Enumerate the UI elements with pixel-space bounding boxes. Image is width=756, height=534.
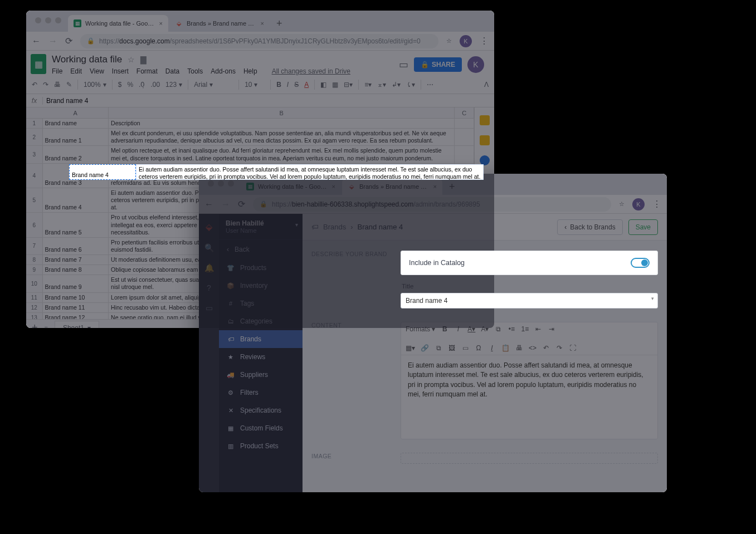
new-tab-button[interactable]: + xyxy=(271,15,288,32)
col-header-b[interactable]: B xyxy=(109,107,455,118)
table-row[interactable]: 3 Brand name 2 Mel option recteque et, e… xyxy=(26,146,474,163)
profile-avatar[interactable]: K xyxy=(632,198,645,210)
sidebar-item-categories[interactable]: 🗂Categories xyxy=(219,312,303,330)
sheets-logo-icon[interactable]: ▦ xyxy=(31,54,46,74)
folder-icon[interactable]: ▇ xyxy=(140,55,147,64)
numfmt-dropdown[interactable]: 123▾ xyxy=(165,81,182,89)
cell-a[interactable]: Brand name 12 xyxy=(43,313,109,319)
italic-icon[interactable]: I xyxy=(287,81,289,89)
cell-a[interactable]: Brand name 1 xyxy=(43,129,109,145)
table-row[interactable]: 2 Brand name 1 Mel ex dicunt ponderum, e… xyxy=(26,129,474,146)
row-number[interactable]: 12 xyxy=(26,303,43,312)
menu-addons[interactable]: Add-ons xyxy=(211,67,236,75)
cell-a[interactable]: Brand name 9 xyxy=(43,275,109,292)
close-icon[interactable]: × xyxy=(159,20,163,27)
row-number[interactable]: 9 xyxy=(26,265,43,275)
paste-icon[interactable]: 📋 xyxy=(501,344,510,352)
collapse-icon[interactable]: ᐱ xyxy=(484,81,489,89)
traffic-close[interactable] xyxy=(35,17,41,23)
selected-cell-b5[interactable]: Ei autem audiam assentior duo. Posse aff… xyxy=(136,164,484,180)
cell-a[interactable]: Brand name 8 xyxy=(43,265,109,275)
bold-icon[interactable]: B xyxy=(276,81,281,89)
clear-format-icon[interactable]: I xyxy=(488,344,496,352)
traffic-min[interactable] xyxy=(45,17,51,23)
card-icon[interactable]: ▭ xyxy=(206,303,213,312)
cell-a[interactable]: Brand name 6 xyxy=(43,238,109,254)
menu-file[interactable]: File xyxy=(52,67,62,75)
menu-insert[interactable]: Insert xyxy=(112,67,129,75)
share-button[interactable]: 🔒SHARE xyxy=(414,57,462,72)
doc-title[interactable]: Working data file xyxy=(52,54,122,65)
cell-c[interactable] xyxy=(455,129,474,145)
valign-icon[interactable]: ⌅▾ xyxy=(377,81,386,89)
bullet-list-icon[interactable]: •≡ xyxy=(508,325,515,333)
undo-icon[interactable]: ↶ xyxy=(32,81,37,89)
sidebar-item-custom-fields[interactable]: ▦Custom Fields xyxy=(219,419,303,437)
cell-a[interactable]: Brand name 11 xyxy=(43,303,109,312)
omega-icon[interactable]: Ω xyxy=(475,344,482,352)
row-number[interactable]: 10 xyxy=(26,275,43,292)
col-header-c[interactable]: C xyxy=(455,107,474,118)
address-field[interactable]: 🔒 https://bien-habillie-606338.shoplight… xyxy=(253,197,611,212)
sidebar-item-reviews[interactable]: ★Reviews xyxy=(219,348,303,366)
font-dropdown[interactable]: Arial▾ xyxy=(194,81,233,89)
calendar-icon[interactable] xyxy=(480,115,490,125)
crumb-root[interactable]: Brands xyxy=(323,223,346,231)
close-icon[interactable]: × xyxy=(332,183,335,190)
traffic-max[interactable] xyxy=(55,17,61,23)
copy-icon[interactable]: ⧉ xyxy=(494,325,502,333)
menu-tools[interactable]: Tools xyxy=(187,67,203,75)
sidebar-item-products[interactable]: 👕Products xyxy=(219,259,303,277)
star-icon[interactable]: ☆ xyxy=(128,55,135,64)
address-field[interactable]: 🔒 https://docs.google.com/spreadsheets/d… xyxy=(80,34,438,48)
dec-inc-icon[interactable]: .00 xyxy=(150,81,160,89)
star-icon[interactable]: ☆ xyxy=(619,200,625,208)
outdent-icon[interactable]: ⇤ xyxy=(534,325,542,333)
italic-icon[interactable]: I xyxy=(454,325,462,333)
title-input[interactable]: Brand name 4 ▾ xyxy=(401,293,658,308)
row-number[interactable]: 1 xyxy=(26,119,43,128)
close-icon[interactable]: × xyxy=(261,20,264,27)
fontsize-dropdown[interactable]: 10▾ xyxy=(245,81,265,89)
nav-forward-icon[interactable]: → xyxy=(48,36,57,46)
cell-a[interactable]: Brand name 2 xyxy=(43,146,109,163)
col-header-a[interactable]: A xyxy=(43,107,109,118)
sidebar-item-brands[interactable]: 🏷Brands xyxy=(219,330,303,348)
nav-forward-icon[interactable]: → xyxy=(221,199,230,209)
cell-a[interactable]: Brand name 10 xyxy=(43,293,109,302)
menu-format[interactable]: Format xyxy=(136,67,158,75)
user-avatar[interactable]: K xyxy=(467,56,484,73)
table-icon[interactable]: ▦▾ xyxy=(406,344,415,352)
kebab-menu-icon[interactable]: ⋮ xyxy=(652,199,661,209)
shop-switcher[interactable]: Bien Habillé User Name ▾ xyxy=(219,214,303,240)
new-tab-button[interactable]: + xyxy=(443,178,461,195)
browser-tab-sheets[interactable]: ▦ Working data file - Google She × xyxy=(68,15,168,32)
row-number[interactable]: 4 xyxy=(26,164,43,188)
comments-icon[interactable]: ▭ xyxy=(399,58,408,71)
bell-icon[interactable]: 🔔 xyxy=(204,263,214,272)
number-list-icon[interactable]: 1≡ xyxy=(521,325,529,333)
sidebar-item-suppliers[interactable]: 🚚Suppliers xyxy=(219,366,303,384)
search-icon[interactable]: 🔍 xyxy=(204,243,214,252)
currency-icon[interactable]: $ xyxy=(118,81,122,89)
row-number[interactable]: 13 xyxy=(26,313,43,319)
undo-icon[interactable]: ↶ xyxy=(542,344,550,352)
anchor-icon[interactable]: ⧉ xyxy=(435,344,442,352)
row-number[interactable]: 7 xyxy=(26,238,43,254)
selected-cell-a5[interactable]: Brand name 4 xyxy=(69,164,136,180)
rotate-icon[interactable]: ⤹▾ xyxy=(406,81,415,89)
image-icon[interactable]: 🖼 xyxy=(448,344,456,352)
help-icon[interactable]: ? xyxy=(207,283,211,292)
cell-a[interactable]: Brand name 5 xyxy=(43,213,109,237)
sidebar-item-inventory[interactable]: 📦Inventory xyxy=(219,277,303,295)
all-sheets-icon[interactable]: ≡ xyxy=(45,325,48,329)
textcolor-icon[interactable]: A xyxy=(304,81,309,89)
add-sheet-icon[interactable]: + xyxy=(32,322,38,328)
paint-icon[interactable]: ✎ xyxy=(66,81,72,89)
redo-icon[interactable]: ↷ xyxy=(555,344,563,352)
indent-icon[interactable]: ⇥ xyxy=(548,325,555,333)
merge-icon[interactable]: ⊟▾ xyxy=(344,81,353,89)
kebab-menu-icon[interactable]: ⋮ xyxy=(480,36,489,46)
video-icon[interactable]: ▭ xyxy=(461,344,469,352)
sidebar-back[interactable]: ‹ Back xyxy=(219,240,303,259)
